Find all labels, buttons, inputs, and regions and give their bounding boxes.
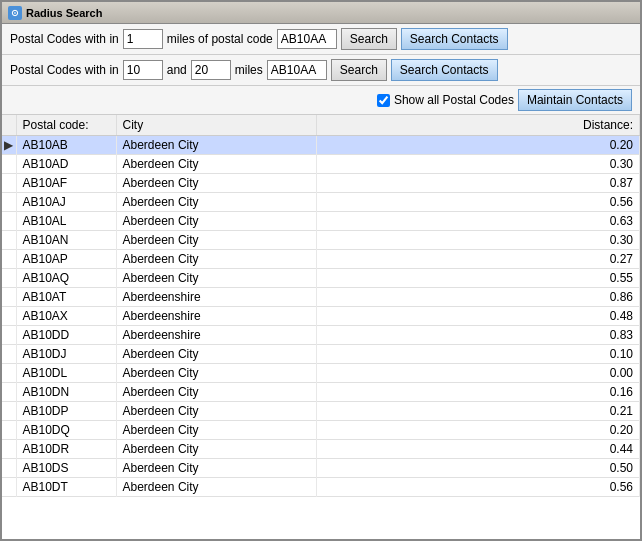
table-row[interactable]: AB10AFAberdeen City0.87 [2,174,640,193]
postal-code-cell: AB10AL [16,212,116,231]
row2-from-input[interactable] [123,60,163,80]
distance-cell: 0.55 [316,269,640,288]
city-cell: Aberdeen City [116,250,316,269]
city-cell: Aberdeen City [116,269,316,288]
row-indicator [2,345,16,364]
table-row[interactable]: AB10DQAberdeen City0.20 [2,421,640,440]
city-cell: Aberdeen City [116,478,316,497]
show-all-postal-codes-checkbox[interactable] [377,94,390,107]
postal-code-cell: AB10DQ [16,421,116,440]
city-cell: Aberdeen City [116,383,316,402]
maintain-contacts-button[interactable]: Maintain Contacts [518,89,632,111]
city-cell: Aberdeen City [116,345,316,364]
city-cell: Aberdeen City [116,231,316,250]
row1-search-contacts-button[interactable]: Search Contacts [401,28,508,50]
show-all-postal-codes-label: Show all Postal Codes [394,93,514,107]
distance-cell: 0.48 [316,307,640,326]
distance-cell: 0.20 [316,421,640,440]
city-cell: Aberdeen City [116,421,316,440]
row-indicator [2,402,16,421]
table-row[interactable]: AB10DSAberdeen City0.50 [2,459,640,478]
city-header: City [116,115,316,136]
row2-postal-code-input[interactable] [267,60,327,80]
table-row[interactable]: ▶AB10ABAberdeen City0.20 [2,136,640,155]
table-row[interactable]: AB10ATAberdeenshire0.86 [2,288,640,307]
postal-code-cell: AB10DJ [16,345,116,364]
table-row[interactable]: AB10AJAberdeen City0.56 [2,193,640,212]
postal-code-cell: AB10AT [16,288,116,307]
postal-code-cell: AB10AN [16,231,116,250]
city-cell: Aberdeenshire [116,307,316,326]
postal-code-cell: AB10AX [16,307,116,326]
row2-miles-text: miles [235,63,263,77]
table-body: ▶AB10ABAberdeen City0.20AB10ADAberdeen C… [2,136,640,497]
table-row[interactable]: AB10DLAberdeen City0.00 [2,364,640,383]
row2-and-text: and [167,63,187,77]
row2-search-contacts-button[interactable]: Search Contacts [391,59,498,81]
distance-cell: 0.56 [316,478,640,497]
distance-header: Distance: [316,115,640,136]
postal-code-cell: AB10DR [16,440,116,459]
postal-code-header: Postal code: [16,115,116,136]
row-indicator [2,212,16,231]
table-row[interactable]: AB10DPAberdeen City0.21 [2,402,640,421]
search-row-2: Postal Codes with in and miles Search Se… [2,55,640,86]
postal-code-cell: AB10DL [16,364,116,383]
table-row[interactable]: AB10DRAberdeen City0.44 [2,440,640,459]
city-cell: Aberdeen City [116,402,316,421]
main-window: ⊙ Radius Search Postal Codes with in mil… [0,0,642,541]
row-indicator [2,155,16,174]
row-indicator [2,174,16,193]
city-cell: Aberdeen City [116,364,316,383]
window-icon: ⊙ [8,6,22,20]
row-indicator [2,421,16,440]
table-row[interactable]: AB10AXAberdeenshire0.48 [2,307,640,326]
distance-cell: 0.30 [316,231,640,250]
table-row[interactable]: AB10AQAberdeen City0.55 [2,269,640,288]
city-cell: Aberdeen City [116,440,316,459]
distance-cell: 0.27 [316,250,640,269]
table-row[interactable]: AB10ANAberdeen City0.30 [2,231,640,250]
table-row[interactable]: AB10APAberdeen City0.27 [2,250,640,269]
row-indicator [2,250,16,269]
table-row[interactable]: AB10DDAberdeenshire0.83 [2,326,640,345]
table-row[interactable]: AB10DNAberdeen City0.16 [2,383,640,402]
postal-code-cell: AB10DD [16,326,116,345]
row-indicator: ▶ [2,136,16,155]
row1-search-button[interactable]: Search [341,28,397,50]
results-table-container[interactable]: Postal code: City Distance: ▶AB10ABAberd… [2,115,640,539]
row-indicator [2,364,16,383]
row-indicator [2,440,16,459]
city-cell: Aberdeenshire [116,326,316,345]
row-indicator [2,269,16,288]
city-cell: Aberdeen City [116,212,316,231]
distance-cell: 0.87 [316,174,640,193]
row2-to-input[interactable] [191,60,231,80]
city-cell: Aberdeen City [116,136,316,155]
city-cell: Aberdeen City [116,193,316,212]
row1-middle-text: miles of postal code [167,32,273,46]
checkbox-row: Show all Postal Codes Maintain Contacts [2,86,640,115]
row-indicator [2,288,16,307]
row-indicator [2,307,16,326]
title-bar: ⊙ Radius Search [2,2,640,24]
table-row[interactable]: AB10DTAberdeen City0.56 [2,478,640,497]
distance-cell: 0.00 [316,364,640,383]
postal-code-cell: AB10AJ [16,193,116,212]
results-table: Postal code: City Distance: ▶AB10ABAberd… [2,115,640,497]
distance-cell: 0.21 [316,402,640,421]
row2-label: Postal Codes with in [10,63,119,77]
row1-postal-code-input[interactable] [277,29,337,49]
table-row[interactable]: AB10ADAberdeen City0.30 [2,155,640,174]
row2-search-button[interactable]: Search [331,59,387,81]
table-row[interactable]: AB10ALAberdeen City0.63 [2,212,640,231]
table-row[interactable]: AB10DJAberdeen City0.10 [2,345,640,364]
row1-label: Postal Codes with in [10,32,119,46]
row1-distance-input[interactable] [123,29,163,49]
postal-code-cell: AB10DS [16,459,116,478]
postal-code-cell: AB10AP [16,250,116,269]
indicator-header [2,115,16,136]
city-cell: Aberdeen City [116,459,316,478]
postal-code-cell: AB10DT [16,478,116,497]
row-indicator [2,478,16,497]
